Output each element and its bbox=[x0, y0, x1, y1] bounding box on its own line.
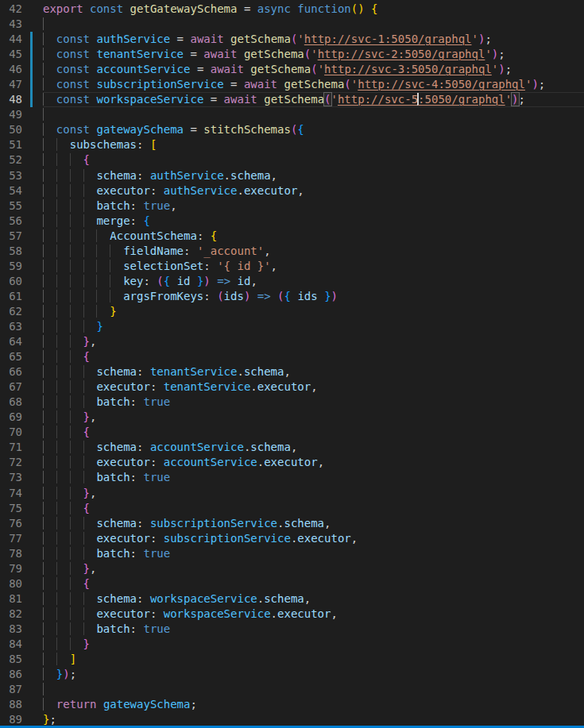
line-number[interactable]: 60 bbox=[0, 274, 22, 289]
indent-guide bbox=[56, 320, 70, 333]
indent-guide bbox=[70, 577, 83, 590]
code-line[interactable] bbox=[43, 682, 584, 697]
line-number[interactable]: 86 bbox=[0, 667, 22, 682]
line-number[interactable]: 48 bbox=[0, 92, 22, 107]
line-number[interactable]: 50 bbox=[0, 122, 22, 137]
code-line[interactable]: }, bbox=[43, 561, 584, 576]
code-line[interactable]: } bbox=[43, 319, 584, 334]
line-number[interactable]: 64 bbox=[0, 334, 22, 349]
line-number[interactable]: 73 bbox=[0, 470, 22, 485]
code-line[interactable]: export const getGatewaySchema = async fu… bbox=[43, 2, 584, 17]
code-line[interactable]: schema: tenantService.schema, bbox=[43, 364, 584, 379]
code-line[interactable]: executor: subscriptionService.executor, bbox=[43, 531, 584, 546]
line-number[interactable]: 79 bbox=[0, 561, 22, 576]
code-line[interactable]: } bbox=[43, 304, 584, 319]
code-line[interactable]: AccountSchema: { bbox=[43, 229, 584, 244]
code-line[interactable]: fieldName: '_account', bbox=[43, 244, 584, 259]
line-number[interactable]: 83 bbox=[0, 622, 22, 637]
code-line[interactable]: batch: true, bbox=[43, 198, 584, 214]
code-line[interactable]: executor: authService.executor, bbox=[43, 183, 584, 198]
line-number[interactable]: 44 bbox=[0, 32, 22, 47]
code-line[interactable] bbox=[43, 107, 584, 122]
line-number[interactable]: 51 bbox=[0, 137, 22, 152]
line-number[interactable]: 77 bbox=[0, 531, 22, 546]
code-line[interactable]: batch: true bbox=[43, 395, 584, 410]
line-number[interactable]: 82 bbox=[0, 607, 22, 622]
code-line[interactable]: ] bbox=[43, 652, 584, 667]
code-token: : bbox=[130, 622, 144, 635]
code-line[interactable]: argsFromKeys: (ids) => ({ ids }) bbox=[43, 289, 584, 304]
code-line[interactable]: return gatewaySchema; bbox=[43, 697, 584, 712]
line-number[interactable]: 71 bbox=[0, 440, 22, 455]
code-line[interactable]: } bbox=[43, 637, 584, 652]
code-line[interactable]: executor: workspaceService.executor, bbox=[43, 607, 584, 622]
code-line[interactable]: { bbox=[43, 425, 584, 440]
code-line[interactable]: }, bbox=[43, 410, 584, 425]
line-number[interactable]: 52 bbox=[0, 152, 22, 168]
code-line[interactable]: }); bbox=[43, 667, 584, 682]
code-line[interactable]: const tenantService = await getSchema('h… bbox=[43, 47, 584, 62]
indent-guide bbox=[70, 547, 83, 560]
line-number[interactable]: 66 bbox=[0, 364, 22, 379]
code-line[interactable]: }, bbox=[43, 334, 584, 349]
line-number[interactable]: 55 bbox=[0, 198, 22, 214]
code-line[interactable]: batch: true bbox=[43, 470, 584, 485]
code-line[interactable]: key: ({ id }) => id, bbox=[43, 274, 584, 289]
code-line[interactable]: schema: subscriptionService.schema, bbox=[43, 516, 584, 531]
line-number[interactable]: 74 bbox=[0, 486, 22, 501]
code-line[interactable]: subschemas: [ bbox=[43, 137, 584, 152]
code-line[interactable]: batch: true bbox=[43, 622, 584, 637]
code-line[interactable]: batch: true bbox=[43, 546, 584, 561]
code-line[interactable]: const gatewaySchema = stitchSchemas({ bbox=[43, 122, 584, 137]
code-line[interactable]: { bbox=[43, 501, 584, 516]
code-line[interactable]: executor: tenantService.executor, bbox=[43, 379, 584, 395]
code-line[interactable]: const subscriptionService = await getSch… bbox=[43, 77, 584, 92]
code-line[interactable]: schema: authService.schema, bbox=[43, 168, 584, 183]
line-number[interactable]: 61 bbox=[0, 289, 22, 304]
line-number[interactable]: 65 bbox=[0, 349, 22, 364]
code-line[interactable]: schema: workspaceService.schema, bbox=[43, 591, 584, 607]
line-number[interactable]: 63 bbox=[0, 319, 22, 334]
indent-guide bbox=[110, 275, 123, 287]
line-number[interactable]: 67 bbox=[0, 379, 22, 395]
line-number[interactable]: 54 bbox=[0, 183, 22, 198]
line-number[interactable]: 75 bbox=[0, 501, 22, 516]
code-line[interactable]: { bbox=[43, 152, 584, 168]
code-line[interactable]: executor: accountService.executor, bbox=[43, 455, 584, 470]
code-line[interactable]: selectionSet: '{ id }', bbox=[43, 259, 584, 274]
line-number[interactable]: 72 bbox=[0, 455, 22, 470]
code-line[interactable]: schema: accountService.schema, bbox=[43, 440, 584, 455]
line-number[interactable]: 76 bbox=[0, 516, 22, 531]
line-number[interactable]: 56 bbox=[0, 214, 22, 229]
line-number[interactable]: 47 bbox=[0, 77, 22, 92]
line-number[interactable]: 58 bbox=[0, 244, 22, 259]
line-number[interactable]: 62 bbox=[0, 304, 22, 319]
line-number[interactable]: 59 bbox=[0, 259, 22, 274]
code-line[interactable] bbox=[43, 17, 584, 32]
line-number[interactable]: 45 bbox=[0, 47, 22, 62]
line-number[interactable]: 80 bbox=[0, 576, 22, 591]
line-number[interactable]: 81 bbox=[0, 591, 22, 607]
code-line[interactable]: { bbox=[43, 576, 584, 591]
code-line[interactable]: const accountService = await getSchema('… bbox=[43, 62, 584, 77]
line-number[interactable]: 85 bbox=[0, 652, 22, 667]
line-number[interactable]: 53 bbox=[0, 168, 22, 183]
code-line[interactable]: const workspaceService = await getSchema… bbox=[43, 92, 584, 107]
code-line[interactable]: merge: { bbox=[43, 214, 584, 229]
line-number[interactable]: 43 bbox=[0, 17, 22, 32]
line-number[interactable]: 68 bbox=[0, 395, 22, 410]
code-line[interactable]: }, bbox=[43, 486, 584, 501]
line-number[interactable]: 49 bbox=[0, 107, 22, 122]
line-number[interactable]: 87 bbox=[0, 682, 22, 697]
line-number[interactable]: 78 bbox=[0, 546, 22, 561]
line-number[interactable]: 57 bbox=[0, 229, 22, 244]
line-number[interactable]: 70 bbox=[0, 425, 22, 440]
line-number[interactable]: 88 bbox=[0, 697, 22, 712]
line-number[interactable]: 42 bbox=[0, 2, 22, 17]
code-line[interactable]: { bbox=[43, 349, 584, 364]
editor-row: 87 bbox=[0, 682, 584, 697]
line-number[interactable]: 84 bbox=[0, 637, 22, 652]
line-number[interactable]: 69 bbox=[0, 410, 22, 425]
line-number[interactable]: 46 bbox=[0, 62, 22, 77]
code-line[interactable]: const authService = await getSchema('htt… bbox=[43, 32, 584, 47]
